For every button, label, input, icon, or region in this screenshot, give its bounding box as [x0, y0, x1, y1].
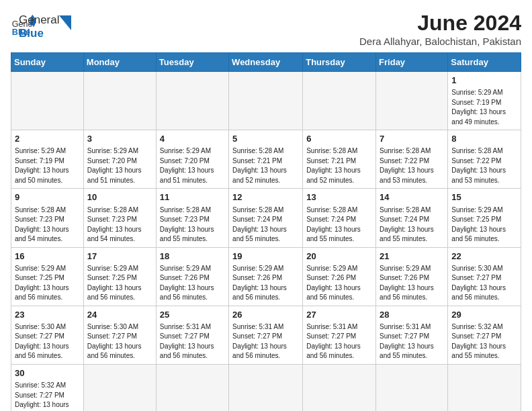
day-number: 8	[451, 133, 517, 145]
calendar-cell: 8Sunrise: 5:28 AM Sunset: 7:22 PM Daylig…	[448, 130, 521, 189]
day-number: 13	[306, 191, 372, 203]
calendar-cell	[229, 72, 303, 130]
calendar-cell	[303, 364, 376, 411]
calendar-cell: 30Sunrise: 5:32 AM Sunset: 7:27 PM Dayli…	[11, 364, 84, 411]
weekday-header-saturday: Saturday	[448, 53, 521, 72]
weekday-header-row: SundayMondayTuesdayWednesdayThursdayFrid…	[11, 53, 521, 72]
calendar-cell: 23Sunrise: 5:30 AM Sunset: 7:27 PM Dayli…	[11, 306, 84, 364]
day-number: 19	[232, 250, 299, 263]
location: Dera Allahyar, Balochistan, Pakistan	[359, 36, 521, 47]
calendar-cell: 20Sunrise: 5:29 AM Sunset: 7:26 PM Dayli…	[303, 247, 376, 306]
calendar-cell	[376, 72, 448, 130]
day-info: Sunrise: 5:29 AM Sunset: 7:26 PM Dayligh…	[380, 264, 444, 303]
day-number: 14	[380, 191, 444, 203]
calendar-cell: 27Sunrise: 5:31 AM Sunset: 7:27 PM Dayli…	[303, 306, 376, 364]
day-info: Sunrise: 5:28 AM Sunset: 7:24 PM Dayligh…	[232, 205, 299, 244]
day-info: Sunrise: 5:29 AM Sunset: 7:26 PM Dayligh…	[306, 264, 372, 303]
day-info: Sunrise: 5:28 AM Sunset: 7:21 PM Dayligh…	[306, 146, 372, 185]
day-number: 16	[15, 250, 80, 263]
day-info: Sunrise: 5:29 AM Sunset: 7:25 PM Dayligh…	[87, 264, 152, 303]
day-info: Sunrise: 5:29 AM Sunset: 7:26 PM Dayligh…	[232, 264, 299, 303]
day-number: 18	[160, 250, 225, 263]
calendar-cell: 9Sunrise: 5:28 AM Sunset: 7:23 PM Daylig…	[11, 189, 84, 247]
calendar-cell: 19Sunrise: 5:29 AM Sunset: 7:26 PM Dayli…	[229, 247, 303, 306]
calendar-cell: 5Sunrise: 5:28 AM Sunset: 7:21 PM Daylig…	[229, 130, 303, 189]
week-row-1: 2Sunrise: 5:29 AM Sunset: 7:19 PM Daylig…	[11, 130, 521, 189]
calendar-cell	[83, 72, 156, 130]
day-info: Sunrise: 5:28 AM Sunset: 7:24 PM Dayligh…	[306, 205, 372, 244]
calendar-cell	[303, 72, 376, 130]
day-info: Sunrise: 5:32 AM Sunset: 7:27 PM Dayligh…	[15, 381, 80, 411]
calendar-cell: 10Sunrise: 5:28 AM Sunset: 7:23 PM Dayli…	[83, 189, 156, 247]
day-number: 12	[232, 191, 299, 203]
calendar-cell: 11Sunrise: 5:28 AM Sunset: 7:23 PM Dayli…	[156, 189, 228, 247]
day-info: Sunrise: 5:31 AM Sunset: 7:27 PM Dayligh…	[232, 322, 299, 361]
logo: General Blue General Blue	[11, 11, 71, 40]
calendar-table: SundayMondayTuesdayWednesdayThursdayFrid…	[11, 52, 521, 411]
calendar-cell: 2Sunrise: 5:29 AM Sunset: 7:19 PM Daylig…	[11, 130, 84, 189]
calendar-cell: 1Sunrise: 5:29 AM Sunset: 7:19 PM Daylig…	[448, 72, 521, 130]
day-info: Sunrise: 5:28 AM Sunset: 7:24 PM Dayligh…	[380, 205, 444, 244]
day-number: 27	[306, 309, 372, 321]
weekday-header-wednesday: Wednesday	[229, 53, 303, 72]
calendar-cell	[229, 364, 303, 411]
title-block: June 2024 Dera Allahyar, Balochistan, Pa…	[359, 11, 521, 47]
day-info: Sunrise: 5:31 AM Sunset: 7:27 PM Dayligh…	[160, 322, 225, 361]
calendar-cell: 12Sunrise: 5:28 AM Sunset: 7:24 PM Dayli…	[229, 189, 303, 247]
day-number: 5	[232, 133, 299, 145]
calendar-cell: 15Sunrise: 5:29 AM Sunset: 7:25 PM Dayli…	[448, 189, 521, 247]
day-info: Sunrise: 5:28 AM Sunset: 7:23 PM Dayligh…	[87, 205, 152, 244]
weekday-header-tuesday: Tuesday	[156, 53, 228, 72]
calendar-cell: 28Sunrise: 5:31 AM Sunset: 7:27 PM Dayli…	[376, 306, 448, 364]
logo-blue: Blue	[19, 27, 59, 40]
day-info: Sunrise: 5:29 AM Sunset: 7:26 PM Dayligh…	[160, 264, 225, 303]
day-info: Sunrise: 5:29 AM Sunset: 7:25 PM Dayligh…	[451, 205, 517, 244]
calendar-cell: 4Sunrise: 5:29 AM Sunset: 7:20 PM Daylig…	[156, 130, 228, 189]
calendar-cell: 3Sunrise: 5:29 AM Sunset: 7:20 PM Daylig…	[83, 130, 156, 189]
weekday-header-thursday: Thursday	[303, 53, 376, 72]
calendar-cell	[448, 364, 521, 411]
day-number: 10	[87, 191, 152, 203]
day-info: Sunrise: 5:32 AM Sunset: 7:27 PM Dayligh…	[451, 322, 517, 361]
day-number: 29	[451, 309, 517, 321]
calendar-cell: 14Sunrise: 5:28 AM Sunset: 7:24 PM Dayli…	[376, 189, 448, 247]
day-info: Sunrise: 5:30 AM Sunset: 7:27 PM Dayligh…	[451, 264, 517, 303]
day-number: 15	[451, 191, 517, 203]
day-info: Sunrise: 5:29 AM Sunset: 7:20 PM Dayligh…	[87, 146, 152, 185]
day-info: Sunrise: 5:28 AM Sunset: 7:21 PM Dayligh…	[232, 146, 299, 185]
week-row-2: 9Sunrise: 5:28 AM Sunset: 7:23 PM Daylig…	[11, 189, 521, 247]
calendar-cell: 6Sunrise: 5:28 AM Sunset: 7:21 PM Daylig…	[303, 130, 376, 189]
day-number: 4	[160, 133, 225, 145]
day-info: Sunrise: 5:28 AM Sunset: 7:23 PM Dayligh…	[15, 205, 80, 244]
month-title: June 2024	[359, 11, 521, 36]
calendar-cell	[83, 364, 156, 411]
week-row-0: 1Sunrise: 5:29 AM Sunset: 7:19 PM Daylig…	[11, 72, 521, 130]
day-number: 30	[15, 367, 80, 379]
day-info: Sunrise: 5:29 AM Sunset: 7:20 PM Dayligh…	[160, 146, 225, 185]
weekday-header-monday: Monday	[83, 53, 156, 72]
calendar-cell: 13Sunrise: 5:28 AM Sunset: 7:24 PM Dayli…	[303, 189, 376, 247]
day-number: 26	[232, 309, 299, 321]
day-info: Sunrise: 5:29 AM Sunset: 7:25 PM Dayligh…	[15, 264, 80, 303]
day-info: Sunrise: 5:30 AM Sunset: 7:27 PM Dayligh…	[15, 322, 80, 361]
calendar-cell	[156, 72, 228, 130]
calendar-cell: 7Sunrise: 5:28 AM Sunset: 7:22 PM Daylig…	[376, 130, 448, 189]
calendar-cell	[11, 72, 84, 130]
day-info: Sunrise: 5:30 AM Sunset: 7:27 PM Dayligh…	[87, 322, 152, 361]
calendar-cell	[156, 364, 228, 411]
day-number: 21	[380, 250, 444, 263]
day-number: 22	[451, 250, 517, 263]
day-number: 28	[380, 309, 444, 321]
day-number: 20	[306, 250, 372, 263]
day-info: Sunrise: 5:31 AM Sunset: 7:27 PM Dayligh…	[380, 322, 444, 361]
day-info: Sunrise: 5:28 AM Sunset: 7:23 PM Dayligh…	[160, 205, 225, 244]
day-number: 2	[15, 133, 80, 145]
day-number: 1	[451, 75, 517, 87]
day-number: 11	[160, 191, 225, 203]
page-header: General Blue General Blue June 2024 Dera…	[11, 11, 521, 47]
calendar-cell: 16Sunrise: 5:29 AM Sunset: 7:25 PM Dayli…	[11, 247, 84, 306]
day-number: 25	[160, 309, 225, 321]
day-number: 9	[15, 191, 80, 203]
day-number: 3	[87, 133, 152, 145]
weekday-header-friday: Friday	[376, 53, 448, 72]
